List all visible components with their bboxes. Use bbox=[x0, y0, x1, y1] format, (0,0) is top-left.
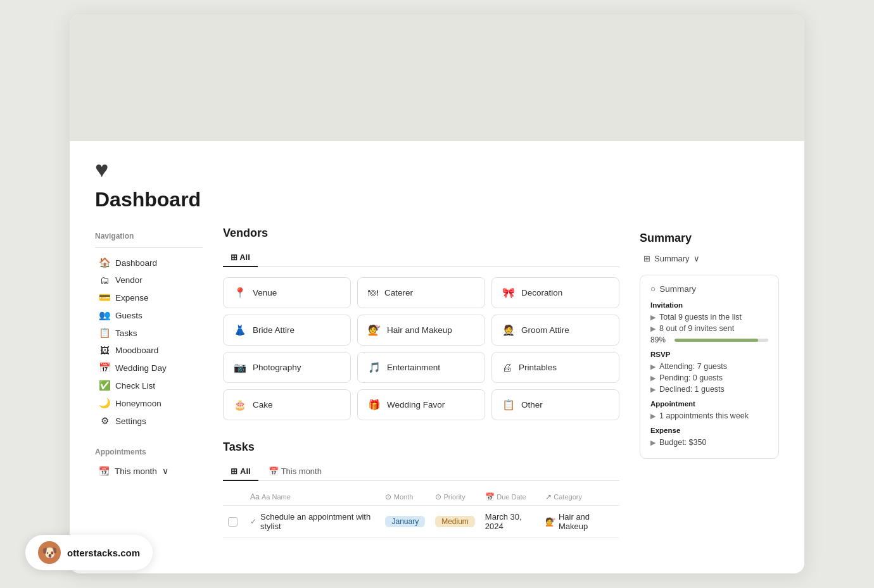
header-banner bbox=[70, 15, 804, 141]
task-category-icon: 💇 bbox=[545, 517, 555, 527]
vendor-card-groom-attire[interactable]: 🤵 Groom Attire bbox=[491, 315, 619, 346]
vendor-card-other[interactable]: 📋 Other bbox=[491, 389, 619, 420]
col-priority: ⊙ Priority bbox=[430, 489, 480, 506]
col-name: Aa Aa Name bbox=[245, 489, 380, 506]
task-category-label: Hair and Makeup bbox=[559, 512, 614, 531]
summary-appointment-label: Appointment bbox=[650, 400, 768, 408]
summary-card-icon: ○ bbox=[650, 284, 656, 294]
sidebar-item-expense[interactable]: 💳 Expense bbox=[95, 289, 203, 306]
vendor-label: Groom Attire bbox=[521, 325, 569, 335]
appt-chevron-icon: ∨ bbox=[162, 466, 168, 476]
vendor-card-hair-makeup[interactable]: 💇 Hair and Makeup bbox=[357, 315, 485, 346]
arrow-icon: ▶ bbox=[650, 439, 656, 447]
task-priority-badge: Medium bbox=[435, 516, 475, 527]
summary-rsvp-label: RSVP bbox=[650, 351, 768, 358]
vendors-section-title: Vendors bbox=[223, 227, 619, 240]
summary-row: ▶ Attending: 7 guests bbox=[650, 362, 768, 371]
summary-card-title: ○ Summary bbox=[650, 284, 768, 294]
col-month: ⊙ Month bbox=[380, 489, 430, 506]
task-due-date-cell: March 30, 2024 bbox=[480, 506, 540, 538]
sidebar-item-wedding-day[interactable]: 📅 Wedding Day bbox=[95, 359, 203, 377]
vendor-card-printables[interactable]: 🖨 Printables bbox=[491, 352, 619, 383]
arrow-icon: ▶ bbox=[650, 363, 656, 371]
arrow-icon: ▶ bbox=[650, 385, 656, 394]
summary-row: ▶ 1 appointments this week bbox=[650, 411, 768, 420]
wedding-favor-icon: 🎁 bbox=[368, 399, 381, 411]
appt-calendar-icon: 📆 bbox=[99, 466, 110, 476]
settings-icon: ⚙ bbox=[99, 415, 110, 427]
honeymoon-icon: 🌙 bbox=[99, 397, 110, 409]
vendor-card-bride-attire[interactable]: 👗 Bride Attire bbox=[223, 315, 351, 346]
appt-row-1: 1 appointments this week bbox=[659, 411, 749, 420]
task-checkbox-cell[interactable] bbox=[223, 506, 245, 538]
groom-attire-icon: 🤵 bbox=[502, 324, 515, 336]
summary-row: ▶ Declined: 1 guests bbox=[650, 385, 768, 394]
tasks-tab-month-icon: 📅 bbox=[269, 466, 279, 476]
sidebar-item-tasks[interactable]: 📋 Tasks bbox=[95, 324, 203, 342]
summary-dropdown[interactable]: ⊞ Summary ∨ bbox=[640, 251, 779, 266]
vendors-grid: 📍 Venue 🍽 Caterer 🎀 Decoration 👗 Bride A… bbox=[223, 277, 619, 420]
task-month-badge: January bbox=[385, 516, 425, 527]
vendor-card-caterer[interactable]: 🍽 Caterer bbox=[357, 277, 485, 308]
summary-row: ▶ Total 9 guests in the list bbox=[650, 313, 768, 322]
tasks-tab-all[interactable]: ⊞ All bbox=[223, 463, 258, 481]
bride-attire-icon: 👗 bbox=[234, 324, 246, 336]
vendor-card-wedding-favor[interactable]: 🎁 Wedding Favor bbox=[357, 389, 485, 420]
sidebar-item-moodboard[interactable]: 🖼 Moodboard bbox=[95, 342, 203, 359]
summary-panel-title: Summary bbox=[640, 232, 779, 245]
printables-icon: 🖨 bbox=[502, 362, 512, 373]
tasks-table: Aa Aa Name ⊙ Month ⊙ Priority 📅 Due Date bbox=[223, 489, 619, 538]
branding-icon: 🐶 bbox=[38, 541, 61, 564]
arrow-icon: ▶ bbox=[650, 313, 656, 322]
vendor-card-photography[interactable]: 📷 Photography bbox=[223, 352, 351, 383]
sidebar-appt-this-month[interactable]: 📆 This month ∨ bbox=[95, 463, 203, 479]
vendor-card-venue[interactable]: 📍 Venue bbox=[223, 277, 351, 308]
tasks-table-header: Aa Aa Name ⊙ Month ⊙ Priority 📅 Due Date bbox=[223, 489, 619, 506]
vendors-tab-all[interactable]: ⊞ All bbox=[223, 249, 258, 267]
col-category: ↗ Category bbox=[540, 489, 619, 506]
task-category-cell: 💇 Hair and Makeup bbox=[540, 506, 619, 538]
invitation-row-1: Total 9 guests in the list bbox=[659, 313, 742, 322]
content-area: Navigation 🏠 Dashboard 🗂 Vendor 💳 Expens… bbox=[70, 227, 804, 573]
sidebar-item-label: Moodboard bbox=[115, 346, 158, 355]
task-checkbox[interactable] bbox=[228, 517, 238, 527]
vendor-label: Other bbox=[521, 400, 543, 410]
page-title-section: ♥ Dashboard bbox=[70, 141, 804, 227]
sidebar-item-label: Guests bbox=[115, 311, 142, 320]
rsvp-row-3: Declined: 1 guests bbox=[659, 385, 725, 394]
appt-label: This month bbox=[115, 466, 157, 476]
wedding-day-icon: 📅 bbox=[99, 362, 110, 373]
col-due-date: 📅 Due Date bbox=[480, 489, 540, 506]
rsvp-row-2: Pending: 0 guests bbox=[659, 373, 723, 382]
tasks-section: Tasks ⊞ All 📅 This month bbox=[223, 441, 619, 538]
sidebar-item-honeymoon[interactable]: 🌙 Honeymoon bbox=[95, 394, 203, 412]
sidebar-item-guests[interactable]: 👥 Guests bbox=[95, 306, 203, 324]
vendor-card-decoration[interactable]: 🎀 Decoration bbox=[491, 277, 619, 308]
sidebar-item-label: Dashboard bbox=[115, 258, 157, 268]
vendor-card-cake[interactable]: 🎂 Cake bbox=[223, 389, 351, 420]
sidebar-item-check-list[interactable]: ✅ Check List bbox=[95, 377, 203, 394]
summary-row: ▶ Pending: 0 guests bbox=[650, 373, 768, 382]
branding-badge: 🐶 otterstacks.com bbox=[25, 535, 153, 570]
progress-pct: 89% bbox=[650, 335, 669, 344]
sidebar: Navigation 🏠 Dashboard 🗂 Vendor 💳 Expens… bbox=[95, 227, 203, 548]
sidebar-item-settings[interactable]: ⚙ Settings bbox=[95, 412, 203, 430]
vendor-label: Wedding Favor bbox=[387, 400, 445, 410]
vendor-label: Hair and Makeup bbox=[387, 325, 452, 335]
col-checkbox bbox=[223, 489, 245, 506]
invitation-row-2: 8 out of 9 invites sent bbox=[659, 324, 734, 333]
progress-bar-fill bbox=[674, 339, 758, 342]
arrow-icon: ▶ bbox=[650, 374, 656, 382]
hair-makeup-icon: 💇 bbox=[368, 324, 381, 336]
sidebar-item-dashboard[interactable]: 🏠 Dashboard bbox=[95, 254, 203, 272]
vendor-label: Printables bbox=[519, 363, 557, 372]
task-priority-cell: Medium bbox=[430, 506, 480, 538]
vendor-label: Photography bbox=[253, 363, 301, 372]
tasks-tab-this-month[interactable]: 📅 This month bbox=[261, 463, 329, 481]
vendor-label: Bride Attire bbox=[253, 325, 294, 335]
vendor-card-entertainment[interactable]: 🎵 Entertainment bbox=[357, 352, 485, 383]
sidebar-item-label: Check List bbox=[115, 381, 155, 391]
expense-row-1: Budget: $350 bbox=[659, 438, 706, 447]
sidebar-item-vendor[interactable]: 🗂 Vendor bbox=[95, 272, 203, 289]
summary-expense-label: Expense bbox=[650, 427, 768, 434]
